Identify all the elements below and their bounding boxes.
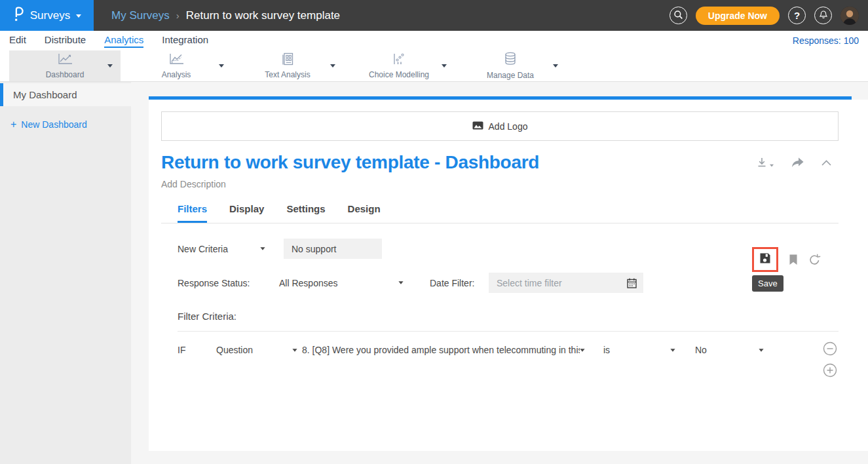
criteria-type-dropdown[interactable]: Question [216,345,297,355]
save-tooltip: Save [752,275,783,292]
chevron-down-icon [219,64,224,68]
response-status-value: All Responses [279,278,338,288]
criteria-operator-dropdown[interactable]: is [603,345,675,355]
help-button[interactable]: ? [788,7,806,24]
analytics-toolbar: Dashboard Analysis Text Analysis Choice … [0,50,868,82]
scatter-chart-icon [390,52,407,68]
download-button[interactable] [756,157,774,168]
breadcrumb-my-surveys[interactable]: My Surveys [111,9,170,22]
menu-item-integration[interactable]: Integration [162,34,208,48]
tab-display[interactable]: Display [229,203,264,223]
tab-filters[interactable]: Filters [178,203,207,223]
upgrade-now-button[interactable]: Upgrade Now [696,7,780,25]
menu-item-edit[interactable]: Edit [9,34,26,48]
image-icon [472,121,483,132]
brand-product-label: Surveys [30,9,70,22]
chevron-down-icon [553,64,558,68]
filter-criteria-heading: Filter Criteria: [178,311,839,322]
if-label: IF [178,345,216,355]
new-dashboard-label: New Dashboard [21,119,86,130]
criteria-question-dropdown[interactable]: 8. [Q8] Were you provided ample support … [302,345,585,355]
menu-item-analytics[interactable]: Analytics [104,34,143,48]
plus-icon: + [10,119,16,130]
remove-criteria-button[interactable] [823,341,837,356]
dashboard-tabs: Filters Display Settings Design [161,203,839,223]
divider [178,331,839,332]
criteria-operator-value: is [603,345,610,355]
bell-icon [819,10,828,22]
brand-logo-menu[interactable]: Surveys [0,0,94,31]
toolbar-label: Dashboard [46,70,85,79]
criteria-select-dropdown[interactable]: New Criteria [178,244,265,254]
calendar-icon [627,278,637,288]
reset-filter-button[interactable] [808,254,821,266]
date-filter-label: Date Filter: [430,278,479,288]
search-icon [673,10,683,22]
toolbar-item-choice-modelling[interactable]: Choice Modelling [343,50,455,81]
date-filter-input[interactable] [489,273,643,293]
breadcrumb: My Surveys › Return to work survey templ… [111,9,340,22]
add-description-placeholder[interactable]: Add Description [161,179,839,189]
toolbar-item-manage-data[interactable]: Manage Data [455,50,566,81]
add-logo-label: Add Logo [489,121,528,132]
chevron-down-icon [580,349,584,352]
chevron-down-icon [442,64,447,68]
question-mark-icon: ? [794,10,800,21]
toolbar-item-analysis[interactable]: Analysis [121,50,232,81]
tab-design[interactable]: Design [348,203,381,223]
survey-menu: Edit Distribute Analytics Integration Re… [0,31,868,50]
new-dashboard-button[interactable]: + New Dashboard [10,119,131,130]
collapse-chevron-button[interactable] [821,159,832,166]
add-criteria-button[interactable] [823,363,837,377]
chevron-down-icon [770,164,774,166]
responses-count: Responses: 100 [793,35,859,46]
filter-criteria-row: IF Question 8. [Q8] Were you provided am… [178,343,839,389]
chevron-down-icon [670,349,675,352]
tab-settings[interactable]: Settings [286,203,325,223]
criteria-value-dropdown[interactable]: No [695,345,764,355]
user-avatar[interactable] [840,7,859,25]
toolbar-label: Manage Data [487,71,534,80]
criteria-name-input[interactable] [284,239,382,259]
criteria-select-value: New Criteria [178,244,228,254]
sidebar-item-my-dashboard[interactable]: My Dashboard [0,83,131,106]
breadcrumb-current-survey: Return to work survey template [186,9,340,22]
toolbar-item-text-analysis[interactable]: Text Analysis [232,50,343,81]
chevron-down-icon [107,64,113,68]
chevron-down-icon [330,64,335,68]
save-filter-button[interactable] [752,247,778,272]
top-header: Surveys My Surveys › Return to work surv… [0,0,868,31]
add-logo-dropzone[interactable]: Add Logo [161,111,839,141]
line-chart-icon [56,52,73,68]
response-status-label: Response Status: [178,278,252,288]
sidebar-item-label: My Dashboard [13,89,77,100]
database-icon [502,52,518,69]
chevron-down-icon [292,349,297,352]
criteria-type-value: Question [216,345,253,355]
toolbar-item-dashboard[interactable]: Dashboard [9,50,121,81]
chevron-down-icon [76,14,81,18]
chevron-down-icon [398,281,403,284]
criteria-value-value: No [695,345,707,355]
dashboard-sidebar: My Dashboard + New Dashboard [0,82,131,464]
response-status-dropdown[interactable]: All Responses [279,278,404,288]
text-table-icon [279,52,296,68]
notifications-button[interactable] [814,7,832,24]
toolbar-label: Analysis [162,70,191,79]
share-button[interactable] [791,157,804,168]
page-title: Return to work survey template - Dashboa… [161,152,539,173]
floppy-disk-icon [759,252,772,267]
menu-item-distribute[interactable]: Distribute [45,34,86,48]
questionpro-logo-icon [12,6,24,25]
multi-line-chart-icon [168,52,185,68]
bookmark-filter-button[interactable] [789,254,798,265]
chevron-down-icon [759,349,763,352]
filters-panel: Save New Criteria Response Status: All R… [161,239,839,389]
toolbar-label: Text Analysis [265,70,310,79]
toolbar-label: Choice Modelling [369,70,429,79]
criteria-question-value: 8. [Q8] Were you provided ample support … [302,345,580,355]
search-button[interactable] [670,7,687,24]
chevron-down-icon [260,247,265,250]
dashboard-card: Add Logo Return to work survey template … [149,96,868,454]
main-content: Add Logo Return to work survey template … [131,82,868,464]
